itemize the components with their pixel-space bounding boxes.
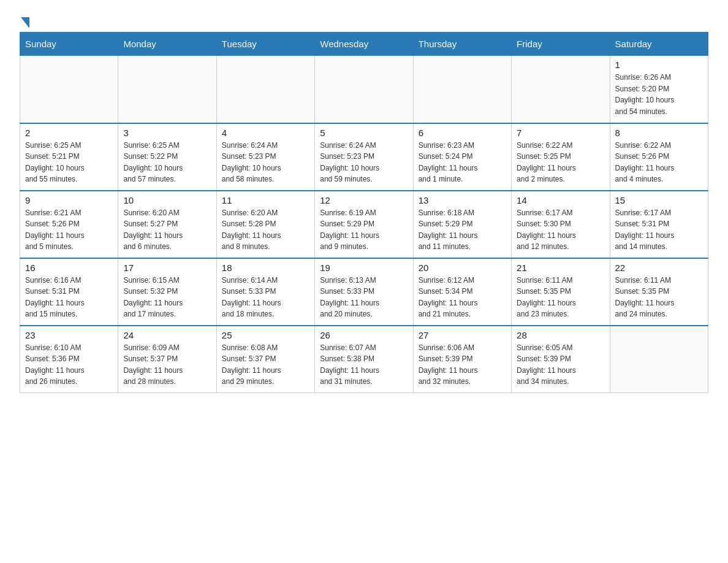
logo xyxy=(20,15,29,27)
day-number: 28 xyxy=(517,330,604,340)
calendar-cell: 22Sunrise: 6:11 AM Sunset: 5:35 PM Dayli… xyxy=(610,258,708,326)
day-number: 17 xyxy=(123,262,211,273)
day-info: Sunrise: 6:24 AM Sunset: 5:23 PM Dayligh… xyxy=(222,140,309,185)
day-info: Sunrise: 6:26 AM Sunset: 5:20 PM Dayligh… xyxy=(615,72,703,117)
day-info: Sunrise: 6:23 AM Sunset: 5:24 PM Dayligh… xyxy=(419,140,506,185)
day-number: 5 xyxy=(320,128,408,138)
logo-arrow-icon xyxy=(21,17,29,28)
day-info: Sunrise: 6:24 AM Sunset: 5:23 PM Dayligh… xyxy=(320,140,408,185)
calendar-cell: 26Sunrise: 6:07 AM Sunset: 5:38 PM Dayli… xyxy=(315,326,413,393)
day-number: 7 xyxy=(517,128,604,138)
day-info: Sunrise: 6:18 AM Sunset: 5:29 PM Dayligh… xyxy=(419,207,506,253)
weekday-header-thursday: Thursday xyxy=(413,33,511,56)
day-info: Sunrise: 6:15 AM Sunset: 5:32 PM Dayligh… xyxy=(123,275,211,320)
day-number: 4 xyxy=(222,128,309,138)
calendar-cell xyxy=(512,56,610,123)
day-info: Sunrise: 6:11 AM Sunset: 5:35 PM Dayligh… xyxy=(615,275,703,320)
calendar-cell: 14Sunrise: 6:17 AM Sunset: 5:30 PM Dayli… xyxy=(512,191,610,258)
calendar-cell xyxy=(118,56,216,123)
calendar-week-row: 16Sunrise: 6:16 AM Sunset: 5:31 PM Dayli… xyxy=(20,258,708,326)
page-header xyxy=(20,15,708,27)
day-info: Sunrise: 6:05 AM Sunset: 5:39 PM Dayligh… xyxy=(517,342,604,388)
calendar-cell: 6Sunrise: 6:23 AM Sunset: 5:24 PM Daylig… xyxy=(413,123,511,191)
day-number: 23 xyxy=(25,330,113,340)
day-number: 25 xyxy=(222,330,309,340)
day-info: Sunrise: 6:21 AM Sunset: 5:26 PM Dayligh… xyxy=(25,207,113,253)
day-number: 22 xyxy=(615,262,703,273)
calendar-cell xyxy=(216,56,314,123)
calendar-cell: 27Sunrise: 6:06 AM Sunset: 5:39 PM Dayli… xyxy=(413,326,511,393)
weekday-header-monday: Monday xyxy=(118,33,216,56)
weekday-header-wednesday: Wednesday xyxy=(315,33,413,56)
calendar-cell: 1Sunrise: 6:26 AM Sunset: 5:20 PM Daylig… xyxy=(610,56,708,123)
calendar-cell xyxy=(315,56,413,123)
calendar-cell xyxy=(20,56,118,123)
calendar-cell: 17Sunrise: 6:15 AM Sunset: 5:32 PM Dayli… xyxy=(118,258,216,326)
day-info: Sunrise: 6:13 AM Sunset: 5:33 PM Dayligh… xyxy=(320,275,408,320)
day-info: Sunrise: 6:17 AM Sunset: 5:31 PM Dayligh… xyxy=(615,207,703,253)
day-info: Sunrise: 6:20 AM Sunset: 5:28 PM Dayligh… xyxy=(222,207,309,253)
weekday-header-sunday: Sunday xyxy=(20,33,118,56)
day-number: 1 xyxy=(615,59,703,70)
calendar-week-row: 9Sunrise: 6:21 AM Sunset: 5:26 PM Daylig… xyxy=(20,191,708,258)
calendar-cell: 10Sunrise: 6:20 AM Sunset: 5:27 PM Dayli… xyxy=(118,191,216,258)
day-number: 27 xyxy=(419,330,506,340)
day-info: Sunrise: 6:19 AM Sunset: 5:29 PM Dayligh… xyxy=(320,207,408,253)
day-info: Sunrise: 6:16 AM Sunset: 5:31 PM Dayligh… xyxy=(25,275,113,320)
calendar-week-row: 1Sunrise: 6:26 AM Sunset: 5:20 PM Daylig… xyxy=(20,56,708,123)
calendar-cell: 21Sunrise: 6:11 AM Sunset: 5:35 PM Dayli… xyxy=(512,258,610,326)
day-number: 20 xyxy=(419,262,506,273)
calendar-cell: 7Sunrise: 6:22 AM Sunset: 5:25 PM Daylig… xyxy=(512,123,610,191)
calendar-cell: 18Sunrise: 6:14 AM Sunset: 5:33 PM Dayli… xyxy=(216,258,314,326)
calendar-cell: 9Sunrise: 6:21 AM Sunset: 5:26 PM Daylig… xyxy=(20,191,118,258)
calendar-cell: 5Sunrise: 6:24 AM Sunset: 5:23 PM Daylig… xyxy=(315,123,413,191)
calendar-cell: 8Sunrise: 6:22 AM Sunset: 5:26 PM Daylig… xyxy=(610,123,708,191)
day-number: 3 xyxy=(123,128,211,138)
day-info: Sunrise: 6:06 AM Sunset: 5:39 PM Dayligh… xyxy=(419,342,506,388)
day-number: 24 xyxy=(123,330,211,340)
day-number: 10 xyxy=(123,195,211,205)
calendar-cell: 12Sunrise: 6:19 AM Sunset: 5:29 PM Dayli… xyxy=(315,191,413,258)
calendar-table: SundayMondayTuesdayWednesdayThursdayFrid… xyxy=(20,32,708,393)
day-number: 2 xyxy=(25,128,113,138)
calendar-cell xyxy=(413,56,511,123)
calendar-cell: 16Sunrise: 6:16 AM Sunset: 5:31 PM Dayli… xyxy=(20,258,118,326)
day-info: Sunrise: 6:14 AM Sunset: 5:33 PM Dayligh… xyxy=(222,275,309,320)
day-number: 12 xyxy=(320,195,408,205)
day-number: 13 xyxy=(419,195,506,205)
day-info: Sunrise: 6:08 AM Sunset: 5:37 PM Dayligh… xyxy=(222,342,309,388)
day-info: Sunrise: 6:25 AM Sunset: 5:21 PM Dayligh… xyxy=(25,140,113,185)
calendar-week-row: 23Sunrise: 6:10 AM Sunset: 5:36 PM Dayli… xyxy=(20,326,708,393)
weekday-header-tuesday: Tuesday xyxy=(216,33,314,56)
day-number: 6 xyxy=(419,128,506,138)
day-info: Sunrise: 6:17 AM Sunset: 5:30 PM Dayligh… xyxy=(517,207,604,253)
calendar-cell: 4Sunrise: 6:24 AM Sunset: 5:23 PM Daylig… xyxy=(216,123,314,191)
day-number: 18 xyxy=(222,262,309,273)
day-info: Sunrise: 6:12 AM Sunset: 5:34 PM Dayligh… xyxy=(419,275,506,320)
weekday-header-friday: Friday xyxy=(512,33,610,56)
day-number: 9 xyxy=(25,195,113,205)
day-info: Sunrise: 6:22 AM Sunset: 5:25 PM Dayligh… xyxy=(517,140,604,185)
day-number: 15 xyxy=(615,195,703,205)
calendar-cell: 19Sunrise: 6:13 AM Sunset: 5:33 PM Dayli… xyxy=(315,258,413,326)
day-number: 16 xyxy=(25,262,113,273)
calendar-cell xyxy=(610,326,708,393)
day-info: Sunrise: 6:22 AM Sunset: 5:26 PM Dayligh… xyxy=(615,140,703,185)
day-number: 26 xyxy=(320,330,408,340)
calendar-cell: 28Sunrise: 6:05 AM Sunset: 5:39 PM Dayli… xyxy=(512,326,610,393)
calendar-cell: 13Sunrise: 6:18 AM Sunset: 5:29 PM Dayli… xyxy=(413,191,511,258)
day-number: 21 xyxy=(517,262,604,273)
calendar-cell: 15Sunrise: 6:17 AM Sunset: 5:31 PM Dayli… xyxy=(610,191,708,258)
day-number: 11 xyxy=(222,195,309,205)
day-number: 14 xyxy=(517,195,604,205)
weekday-header-saturday: Saturday xyxy=(610,33,708,56)
calendar-cell: 24Sunrise: 6:09 AM Sunset: 5:37 PM Dayli… xyxy=(118,326,216,393)
day-info: Sunrise: 6:11 AM Sunset: 5:35 PM Dayligh… xyxy=(517,275,604,320)
calendar-cell: 11Sunrise: 6:20 AM Sunset: 5:28 PM Dayli… xyxy=(216,191,314,258)
calendar-cell: 23Sunrise: 6:10 AM Sunset: 5:36 PM Dayli… xyxy=(20,326,118,393)
weekday-header-row: SundayMondayTuesdayWednesdayThursdayFrid… xyxy=(20,33,708,56)
day-info: Sunrise: 6:25 AM Sunset: 5:22 PM Dayligh… xyxy=(123,140,211,185)
calendar-cell: 2Sunrise: 6:25 AM Sunset: 5:21 PM Daylig… xyxy=(20,123,118,191)
day-number: 19 xyxy=(320,262,408,273)
calendar-cell: 3Sunrise: 6:25 AM Sunset: 5:22 PM Daylig… xyxy=(118,123,216,191)
